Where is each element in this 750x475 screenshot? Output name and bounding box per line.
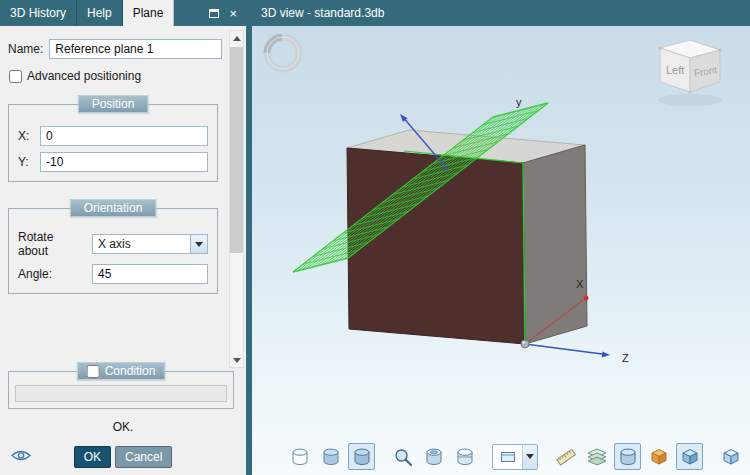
advanced-positioning-row: Advanced positioning [9,69,222,83]
ok-button[interactable]: OK [74,446,111,468]
panel-scrollbar[interactable] [229,30,244,368]
view-glass-cylinder-button[interactable] [286,443,313,470]
viewport-3d[interactable]: y X Z [252,26,750,475]
close-icon[interactable]: × [229,7,237,20]
scroll-down-icon[interactable] [230,353,243,367]
angle-input[interactable] [92,264,208,284]
y-label: Y: [18,155,34,169]
dialog-buttons: OK Cancel [0,446,246,468]
scene-canvas[interactable]: y X Z [252,26,750,475]
angle-label: Angle: [18,267,86,281]
part-display-button[interactable] [717,443,744,470]
condition-checkbox[interactable] [87,365,100,378]
orange-part-button[interactable] [645,443,672,470]
blue-part-button[interactable] [676,443,703,470]
shading-cylinder-icon [617,446,639,468]
visibility-eye-icon[interactable] [11,449,31,465]
y-axis-label: y [516,96,522,108]
layers-icon [586,446,608,468]
angle-row: Angle: [18,264,208,284]
view-rotate-cylinder-button[interactable] [420,443,447,470]
plane-dialog-body: Name: Advanced positioning Position X: Y… [0,26,246,475]
name-row: Name: [8,39,222,59]
origin-sphere [521,340,529,348]
condition-group: Condition [8,371,234,409]
tab-help[interactable]: Help [77,0,123,26]
position-group: Position X: Y: [8,104,218,182]
name-input[interactable] [49,39,222,59]
origin-sphere-highlight [522,341,524,343]
view-mode-icon [493,449,522,465]
z-axis-arrowhead [602,352,610,358]
rotate-about-row: Rotate about X axis [18,230,208,258]
x-axis-point [584,296,589,301]
cancel-button[interactable]: Cancel [115,446,172,468]
view-panel: 3D view - standard.3db [252,0,750,475]
rotate-cylinder-icon [423,446,445,468]
cube-right-face[interactable] [523,145,587,344]
chevron-down-icon[interactable] [190,235,207,253]
clip-cylinder-icon [454,446,476,468]
view-hidden-line-cylinder-button[interactable] [348,443,375,470]
plane-dialog-panel: 3D History Help Plane × Name: Advanced p… [0,0,246,475]
y-row: Y: [18,152,208,172]
orientation-group: Orientation Rotate about X axis Angle: [8,208,218,294]
blue-cube-icon [679,446,701,468]
mesh-layers-button[interactable] [583,443,610,470]
name-label: Name: [8,42,43,56]
position-group-header[interactable]: Position [78,95,149,113]
ruler-icon [555,446,577,468]
measure-button[interactable] [552,443,579,470]
x-axis-label: X [576,278,584,290]
view-clip-cylinder-button[interactable] [451,443,478,470]
tab-plane[interactable]: Plane [123,0,175,26]
navigation-cube[interactable]: Left Front [658,40,722,106]
view-shaded-cylinder-button[interactable] [317,443,344,470]
orientation-group-header[interactable]: Orientation [70,199,157,217]
scrollbar-thumb[interactable] [230,47,243,253]
shading-cylinder-button[interactable] [614,443,641,470]
x-input[interactable] [40,126,208,146]
hidden-line-cylinder-icon [351,446,373,468]
z-axis-label: Z [622,352,629,364]
y-input[interactable] [40,152,208,172]
condition-group-header: Condition [77,362,166,380]
panel-window-controls: × [209,0,246,26]
blue-cube-outline-icon [720,446,742,468]
condition-label: Condition [105,364,156,378]
chevron-down-icon[interactable] [522,445,537,469]
nav-cube-left-label: Left [666,64,684,76]
orange-cube-icon [648,446,670,468]
view-toolbar: » [286,443,750,470]
tab-3d-history[interactable]: 3D History [0,0,77,26]
x-row: X: [18,126,208,146]
restore-window-icon[interactable] [209,9,219,18]
glass-cylinder-icon [289,446,311,468]
rotate-about-select[interactable]: X axis [92,234,208,254]
panel-tabbar: 3D History Help Plane × [0,0,246,26]
condition-field [15,385,227,402]
view-mode-dropdown[interactable] [492,444,538,470]
x-label: X: [18,129,34,143]
status-text: OK. [0,420,246,434]
view-title: 3D view - standard.3db [252,0,750,26]
zoom-button[interactable] [389,443,416,470]
rotate-about-value: X axis [93,235,190,253]
advanced-positioning-label: Advanced positioning [27,69,141,83]
application-window: 3D History Help Plane × Name: Advanced p… [0,0,750,475]
scroll-up-icon[interactable] [230,31,243,45]
shaded-cylinder-icon [320,446,342,468]
advanced-positioning-checkbox[interactable] [9,70,22,83]
rotation-compass[interactable] [267,37,299,69]
z-axis-line [525,344,604,354]
magnifier-icon [392,446,414,468]
rotate-about-label: Rotate about [18,230,86,258]
